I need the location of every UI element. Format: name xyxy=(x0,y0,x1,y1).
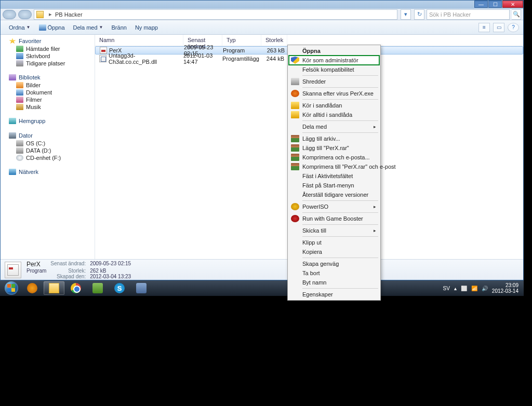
start-button[interactable] xyxy=(2,281,21,295)
homegroup-icon xyxy=(9,118,16,124)
volume-icon[interactable]: 🔊 xyxy=(482,286,488,291)
nav-libraries[interactable]: Bibliotek xyxy=(1,73,95,82)
breadcrumb-dropdown[interactable]: ▾ xyxy=(401,9,411,20)
poweriso-icon xyxy=(291,203,299,210)
col-name[interactable]: Namn xyxy=(95,35,183,46)
antivirus-icon xyxy=(291,90,299,97)
rar-icon xyxy=(291,144,299,152)
ctx-rar-email-perx[interactable]: Komprimera till "PerX.rar" och e-post xyxy=(289,162,379,171)
recent-icon xyxy=(16,60,23,66)
ctx-poweriso[interactable]: PowerISO▸ xyxy=(289,202,379,211)
drive-icon xyxy=(16,147,23,154)
separator xyxy=(302,132,378,133)
nav-drive-c[interactable]: OS (C:) xyxy=(1,140,95,147)
ctx-rar-email[interactable]: Komprimera och e-posta... xyxy=(289,153,379,162)
maximize-button[interactable]: ☐ xyxy=(488,1,502,8)
rar-icon xyxy=(291,163,299,170)
skype-icon: S xyxy=(114,283,125,293)
ctx-delete[interactable]: Ta bort xyxy=(289,268,379,278)
task-paint[interactable] xyxy=(131,281,152,295)
details-created: 2012-03-04 13:23 xyxy=(90,274,131,279)
language-indicator[interactable]: SV xyxy=(443,286,450,291)
refresh-button[interactable]: ↻ xyxy=(414,9,424,20)
ctx-open[interactable]: Öppna xyxy=(289,46,379,56)
ctx-sendto[interactable]: Skicka till▸ xyxy=(289,226,379,235)
task-explorer[interactable] xyxy=(44,281,64,295)
col-size[interactable]: Storlek xyxy=(261,35,287,46)
open-button[interactable]: Öppna xyxy=(35,22,69,33)
preview-pane-button[interactable]: ▭ xyxy=(493,23,504,32)
ctx-pin-start[interactable]: Fäst på Start-menyn xyxy=(289,181,379,190)
separator xyxy=(302,258,378,258)
ctx-cut[interactable]: Klipp ut xyxy=(289,238,379,247)
nav-pane: Favoriter Hämtade filer Skrivbord Tidiga… xyxy=(1,35,95,259)
forward-button[interactable] xyxy=(18,10,32,19)
ctx-copy[interactable]: Kopiera xyxy=(289,247,379,256)
clock-date: 2012-03-14 xyxy=(492,288,518,294)
ctx-properties[interactable]: Egenskaper xyxy=(289,290,379,299)
share-menu[interactable]: Dela med▼ xyxy=(69,22,108,33)
ctx-restore[interactable]: Återställ tidigare versioner xyxy=(289,190,379,199)
ctx-rar-add-perx[interactable]: Lägg till "PerX.rar" xyxy=(289,143,379,153)
task-chrome[interactable] xyxy=(65,281,86,295)
action-center-icon[interactable]: ⬜ xyxy=(461,286,467,291)
ctx-troubleshoot[interactable]: Felsök kompatibilitet xyxy=(289,65,379,74)
wifi-icon[interactable]: 📶 xyxy=(471,286,477,291)
clock[interactable]: 23:09 2012-03-14 xyxy=(492,282,518,294)
details-size: 262 kB xyxy=(90,268,131,274)
nav-documents[interactable]: Dokument xyxy=(1,89,95,96)
ctx-run-admin[interactable]: Kör som administratör xyxy=(289,56,379,65)
search-placeholder: Sök i PB Hacker xyxy=(429,11,471,18)
ctx-rename[interactable]: Byt namn xyxy=(289,278,379,287)
task-media-player[interactable] xyxy=(22,281,43,295)
nav-downloads[interactable]: Hämtade filer xyxy=(1,45,95,52)
col-type[interactable]: Typ xyxy=(222,35,261,46)
search-icon[interactable]: 🔍 xyxy=(512,9,521,20)
nav-drive-cd[interactable]: CD-enhet (F:) xyxy=(1,154,95,161)
task-skype[interactable]: S xyxy=(109,281,130,295)
download-manager-icon xyxy=(92,283,103,293)
nav-videos[interactable]: Filmer xyxy=(1,96,95,103)
ctx-scan[interactable]: Skanna efter virus PerX.exe xyxy=(289,89,379,98)
minimize-button[interactable]: — xyxy=(474,1,488,8)
nav-network[interactable]: Nätverk xyxy=(1,168,95,176)
toolbar: Ordna▼ Öppna Dela med▼ Bränn Ny mapp ≡ ▭… xyxy=(1,20,523,35)
chevron-down-icon: ▼ xyxy=(99,25,103,30)
shredder-icon xyxy=(291,78,299,85)
close-button[interactable]: ✕ xyxy=(502,1,523,8)
organize-menu[interactable]: Ordna▼ xyxy=(5,22,35,33)
details-type: Program xyxy=(26,268,46,274)
submenu-arrow-icon: ▸ xyxy=(374,124,376,129)
ctx-shortcut[interactable]: Skapa genväg xyxy=(289,259,379,268)
ctx-sandbox-run[interactable]: Kör i sandlådan xyxy=(289,101,379,110)
ctx-pin-taskbar[interactable]: Fäst i Aktivitetsfältet xyxy=(289,171,379,181)
nav-recent[interactable]: Tidigare platser xyxy=(1,60,95,67)
back-button[interactable] xyxy=(3,10,16,19)
nav-homegroup[interactable]: Hemgrupp xyxy=(1,117,95,125)
titlebar: — ☐ ✕ xyxy=(1,1,523,9)
ctx-rar-add[interactable]: Lägg till arkiv... xyxy=(289,134,379,143)
ctx-shredder[interactable]: Shredder xyxy=(289,77,379,86)
new-folder-button[interactable]: Ny mapp xyxy=(131,22,162,33)
system-tray: SV ▴ ⬜ 📶 🔊 23:09 2012-03-14 xyxy=(443,282,522,294)
nav-computer[interactable]: Dator xyxy=(1,131,95,140)
breadcrumb[interactable]: ▸ PB Hacker xyxy=(34,9,397,20)
view-menu[interactable]: ≡ xyxy=(478,23,490,32)
ctx-share[interactable]: Dela med▸ xyxy=(289,122,379,131)
tray-overflow-icon[interactable]: ▴ xyxy=(454,286,457,291)
ctx-sandbox-always[interactable]: Kör alltid i sandlåda xyxy=(289,110,379,119)
ctx-gamebooster[interactable]: Run with Game Booster xyxy=(289,214,379,223)
search-input[interactable]: Sök i PB Hacker xyxy=(427,9,510,20)
details-name: PerX xyxy=(26,261,46,268)
breadcrumb-folder[interactable]: PB Hacker xyxy=(55,11,83,18)
help-button[interactable]: ? xyxy=(508,23,519,32)
nav-pictures[interactable]: Bilder xyxy=(1,82,95,89)
address-bar: ▸ PB Hacker ▾ ↻ Sök i PB Hacker 🔍 xyxy=(1,9,523,20)
sandbox-icon xyxy=(291,102,299,109)
nav-drive-d[interactable]: DATA (D:) xyxy=(1,147,95,154)
nav-desktop[interactable]: Skrivbord xyxy=(1,52,95,60)
nav-music[interactable]: Musik xyxy=(1,103,95,111)
task-download-manager[interactable] xyxy=(87,281,108,295)
burn-button[interactable]: Bränn xyxy=(108,22,131,33)
nav-favorites[interactable]: Favoriter xyxy=(1,37,95,45)
